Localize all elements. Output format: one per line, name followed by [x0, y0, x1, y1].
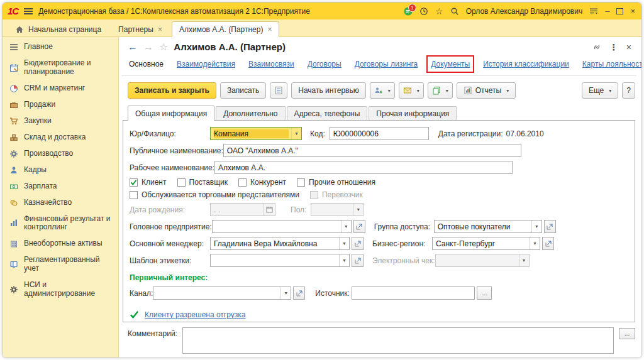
forward-button[interactable]: →: [143, 42, 153, 52]
open-channel-button[interactable]: [293, 286, 305, 300]
tab-addresses-phones[interactable]: Адреса, телефоны: [287, 106, 368, 120]
history-icon[interactable]: [419, 7, 428, 16]
sidebar-item-sales[interactable]: Продажи: [3, 97, 118, 113]
sidebar-item-admin[interactable]: НСИ и администрирование: [3, 277, 118, 302]
gender-select: ▾: [311, 203, 364, 216]
main-menu-icon[interactable]: [24, 8, 33, 14]
sidebar-item-production[interactable]: Производство: [3, 146, 118, 162]
comment-expand-button[interactable]: ...: [619, 328, 635, 339]
start-interview-button[interactable]: Начать интервью: [291, 82, 366, 99]
create-based-on-button[interactable]: ▾: [428, 82, 453, 99]
manager-select[interactable]: Гладилина Вера Михайловна ▾: [210, 237, 350, 250]
send-letter-button[interactable]: ▾: [399, 82, 424, 99]
jur-fiz-select[interactable]: Компания ▾: [210, 127, 302, 140]
finresult-icon: [9, 219, 18, 227]
tab-alhimov-partner[interactable]: Алхимов А.А. (Партнер) ×: [172, 21, 280, 37]
tab-partners[interactable]: Партнеры ×: [111, 21, 170, 36]
channel-select[interactable]: ▾: [153, 286, 291, 300]
head-company-select[interactable]: ▾: [212, 220, 352, 233]
assign-manager-button[interactable]: ▾: [370, 82, 395, 99]
current-user[interactable]: Орлов Александр Владимирович: [466, 7, 583, 16]
tab-additional[interactable]: Дополнительно: [216, 106, 285, 120]
close-window-button[interactable]: ×: [630, 7, 635, 15]
regulated-icon: [9, 260, 18, 269]
close-form-button[interactable]: ×: [626, 43, 631, 52]
comment-input[interactable]: [182, 327, 614, 354]
sidebar-item-finresult[interactable]: Финансовый результат и контроллинг: [3, 211, 118, 236]
sidebar-item-main[interactable]: Главное: [3, 39, 118, 55]
sidebar-item-warehouse[interactable]: Склад и доставка: [3, 129, 118, 146]
other-relations-checkbox[interactable]: Прочие отношения: [297, 178, 375, 187]
sidebar-item-label: Бюджетирование и планирование: [24, 59, 113, 77]
help-button[interactable]: ?: [622, 82, 635, 99]
home-icon: [15, 25, 24, 34]
discussions-icon[interactable]: 1: [404, 7, 413, 16]
sidebar-item-regulated[interactable]: Регламентированный учет: [3, 252, 118, 277]
back-button[interactable]: ←: [128, 42, 138, 52]
supplier-checkbox[interactable]: Поставщик: [177, 178, 228, 187]
code-input[interactable]: Ю000000006: [330, 127, 429, 140]
sidebar-item-treasury[interactable]: Казначейство: [3, 195, 118, 211]
favorites-icon[interactable]: ☆: [435, 7, 443, 16]
sidebar-item-budgeting[interactable]: Бюджетирование и планирование: [3, 55, 118, 80]
show-in-list-button[interactable]: [270, 82, 287, 99]
business-region-select[interactable]: Санкт-Петербург ▾: [432, 237, 540, 250]
access-group-select[interactable]: Оптовые покупатели ▾: [434, 220, 542, 233]
sidebar-item-crm[interactable]: CRM и маркетинг: [3, 80, 118, 97]
source-choose-button[interactable]: ...: [477, 286, 492, 300]
sidebar-item-assets[interactable]: Внеоборотные активы: [3, 236, 118, 252]
chevron-down-icon[interactable]: ▾: [280, 287, 291, 299]
chevron-down-icon[interactable]: ▾: [530, 237, 540, 249]
source-input[interactable]: [352, 286, 475, 300]
production-icon: [9, 150, 18, 158]
business-region-value: Санкт-Петербург: [436, 239, 527, 248]
nav-link-main[interactable]: Основное: [129, 60, 164, 68]
close-tab-icon[interactable]: ×: [267, 25, 272, 34]
more-actions-button[interactable]: Еще ▾: [582, 82, 618, 99]
nav-link-leasing-contracts[interactable]: Договоры лизинга: [355, 60, 418, 68]
competitor-checkbox[interactable]: Конкурент: [238, 178, 286, 187]
served-by-reps-checkbox[interactable]: Обслуживается торговыми представителями: [130, 190, 299, 199]
sidebar-item-purchases[interactable]: Закупки: [3, 113, 118, 129]
sidebar-item-label: Продажи: [24, 101, 55, 109]
maximize-button[interactable]: [616, 8, 623, 14]
chevron-down-icon[interactable]: ▾: [339, 254, 349, 266]
search-icon[interactable]: [450, 7, 459, 16]
get-link-icon[interactable]: [592, 43, 601, 52]
chevron-down-icon[interactable]: ▾: [291, 128, 301, 139]
shipment-allowed-link[interactable]: Клиенту разрешена отгрузка: [145, 310, 245, 319]
nav-link-relations[interactable]: Взаимосвязи: [248, 60, 294, 68]
public-name-input[interactable]: ОАО "Алхимов А.А.": [223, 144, 521, 157]
more-menu-icon[interactable]: ⋮: [609, 43, 618, 52]
tab-home[interactable]: Начальная страница: [8, 21, 109, 36]
sidebar-item-label: Внеоборотные активы: [24, 239, 103, 248]
nav-link-contracts[interactable]: Договоры: [308, 60, 341, 68]
save-button[interactable]: Записать: [220, 82, 266, 99]
sidebar-item-hr[interactable]: Кадры: [3, 162, 118, 178]
chevron-down-icon[interactable]: ▾: [531, 221, 541, 232]
open-manager-button[interactable]: [352, 237, 364, 250]
open-label-template-button[interactable]: [352, 254, 364, 267]
reports-button[interactable]: Отчеты ▾: [457, 82, 516, 99]
nav-link-interactions[interactable]: Взаимодействия: [177, 60, 235, 68]
open-access-group-button[interactable]: [544, 220, 556, 233]
add-to-favorites-icon[interactable]: ☆: [159, 42, 168, 52]
tab-other-info[interactable]: Прочая информация: [369, 106, 457, 120]
open-head-company-button[interactable]: [353, 220, 365, 233]
sidebar-item-payroll[interactable]: Зарплата: [3, 178, 118, 195]
nav-link-documents[interactable]: Документы: [431, 60, 470, 68]
service-menu-icon[interactable]: [589, 7, 598, 16]
nav-link-loyalty-cards[interactable]: Карты лояльности: [582, 60, 642, 68]
save-and-close-button[interactable]: Записать и закрыть: [128, 82, 216, 99]
nav-link-classification-history[interactable]: История классификации: [483, 60, 569, 68]
minimize-button[interactable]: –: [605, 7, 609, 15]
chevron-down-icon[interactable]: ▾: [339, 237, 349, 249]
client-checkbox[interactable]: Клиент: [130, 178, 167, 187]
work-name-input[interactable]: Алхимов А.А.: [214, 161, 513, 174]
checkbox-disabled-icon: [310, 191, 318, 199]
tab-general-info[interactable]: Общая информация: [128, 106, 214, 121]
label-template-select[interactable]: ▾: [210, 254, 350, 267]
chevron-down-icon[interactable]: ▾: [341, 221, 351, 232]
close-tab-icon[interactable]: ×: [158, 25, 162, 34]
open-business-region-button[interactable]: [542, 237, 554, 250]
